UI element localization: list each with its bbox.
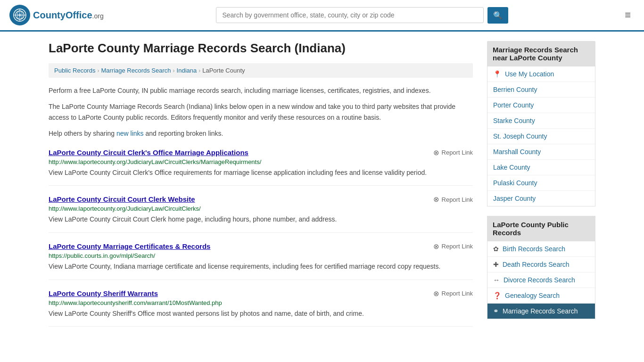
- death-records-icon: ✚: [493, 261, 499, 268]
- sidebar-county-item[interactable]: Jasper County: [487, 191, 595, 206]
- content-area: LaPorte County Marriage Records Search (…: [49, 41, 473, 329]
- breadcrumb-sep-2: ›: [173, 67, 175, 74]
- results-list: LaPorte County Circuit Clerk's Office Ma…: [49, 148, 473, 327]
- result-title-row: LaPorte County Sheriff Warrants ⊗ Report…: [49, 289, 473, 298]
- logo-text: CountyOffice.org: [33, 10, 104, 21]
- pub-record-death[interactable]: ✚ Death Records Search: [487, 257, 595, 272]
- report-icon: ⊗: [433, 148, 439, 157]
- sidebar-county-item[interactable]: Pulaski County: [487, 175, 595, 191]
- st-joseph-county-link[interactable]: St. Joseph County: [493, 132, 547, 140]
- pub-record-divorce[interactable]: ↔ Divorce Records Search: [487, 272, 595, 288]
- genealogy-icon: ❓: [493, 292, 501, 299]
- new-links-link[interactable]: new links: [116, 130, 144, 137]
- sidebar-public-records-section: LaPorte County Public Records ✿ Birth Re…: [487, 216, 595, 319]
- location-pin-icon: 📍: [493, 70, 501, 78]
- logo-area: CountyOffice.org: [9, 5, 104, 25]
- result-title[interactable]: LaPorte County Marriage Certificates & R…: [49, 242, 210, 250]
- marriage-records-link[interactable]: Marriage Records Search: [503, 307, 578, 315]
- search-area: 🔍: [216, 7, 508, 24]
- pub-record-marriage[interactable]: ⚭ Marriage Records Search: [487, 304, 595, 319]
- result-item: LaPorte County Circuit Court Clerk Websi…: [49, 195, 473, 233]
- breadcrumb-current: LaPorte County: [202, 67, 245, 74]
- sidebar: Marriage Records Search near LaPorte Cou…: [487, 41, 595, 329]
- pulaski-county-link[interactable]: Pulaski County: [493, 179, 537, 187]
- divorce-records-icon: ↔: [493, 276, 500, 284]
- result-title[interactable]: LaPorte County Circuit Clerk's Office Ma…: [49, 148, 248, 156]
- birth-records-icon: ✿: [493, 245, 499, 253]
- breadcrumb-sep-1: ›: [97, 67, 99, 74]
- starke-county-link[interactable]: Starke County: [493, 117, 535, 124]
- description-para1: Perform a free LaPorte County, IN public…: [49, 85, 473, 96]
- sidebar-nearby-header: Marriage Records Search near LaPorte Cou…: [487, 41, 595, 66]
- site-header: CountyOffice.org 🔍 ≡: [0, 0, 644, 32]
- pub-record-birth[interactable]: ✿ Birth Records Search: [487, 241, 595, 257]
- result-item: LaPorte County Circuit Clerk's Office Ma…: [49, 148, 473, 186]
- result-url: http://www.laportecounty.org/JudiciaryLa…: [49, 205, 473, 212]
- marshall-county-link[interactable]: Marshall County: [493, 148, 541, 156]
- svg-point-5: [18, 14, 21, 16]
- result-item: LaPorte County Sheriff Warrants ⊗ Report…: [49, 289, 473, 327]
- report-link[interactable]: ⊗ Report Link: [433, 195, 473, 204]
- report-link[interactable]: ⊗ Report Link: [433, 242, 473, 251]
- marriage-records-icon: ⚭: [493, 307, 499, 315]
- description-para3: Help others by sharing new links and rep…: [49, 128, 473, 139]
- sidebar-county-item[interactable]: St. Joseph County: [487, 129, 595, 144]
- main-wrapper: LaPorte County Marriage Records Search (…: [39, 32, 605, 338]
- menu-icon: ≡: [625, 9, 631, 21]
- result-title-row: LaPorte County Marriage Certificates & R…: [49, 242, 473, 251]
- sidebar-nearby-list: 📍 Use My Location Berrien County Porter …: [487, 66, 595, 206]
- menu-button[interactable]: ≡: [621, 7, 635, 23]
- sidebar-county-item[interactable]: Lake County: [487, 160, 595, 175]
- sidebar-county-item[interactable]: Porter County: [487, 98, 595, 113]
- use-my-location-link[interactable]: Use My Location: [505, 70, 554, 78]
- report-link[interactable]: ⊗ Report Link: [433, 148, 473, 157]
- result-url: http://www.laportecountysheriff.com/warr…: [49, 299, 473, 306]
- sidebar-county-item[interactable]: Marshall County: [487, 144, 595, 160]
- divorce-records-link[interactable]: Divorce Records Search: [504, 276, 575, 284]
- result-desc: View LaPorte County Circuit Court Clerk …: [49, 214, 473, 225]
- search-button[interactable]: 🔍: [487, 7, 508, 24]
- result-url: http://www.laportecounty.org/JudiciaryLa…: [49, 158, 473, 165]
- search-icon: 🔍: [493, 11, 503, 19]
- death-records-link[interactable]: Death Records Search: [503, 261, 570, 268]
- breadcrumb-sep-3: ›: [198, 67, 200, 74]
- description-para2: The LaPorte County Marriage Records Sear…: [49, 101, 473, 123]
- page-title: LaPorte County Marriage Records Search (…: [49, 41, 473, 56]
- report-icon: ⊗: [433, 195, 439, 204]
- result-title-row: LaPorte County Circuit Court Clerk Websi…: [49, 195, 473, 204]
- result-url: https://public.courts.in.gov/mlpl/Search…: [49, 252, 473, 259]
- result-item: LaPorte County Marriage Certificates & R…: [49, 242, 473, 280]
- report-link[interactable]: ⊗ Report Link: [433, 289, 473, 298]
- sidebar-public-records-header: LaPorte County Public Records: [487, 216, 595, 241]
- result-title[interactable]: LaPorte County Circuit Court Clerk Websi…: [49, 195, 195, 203]
- logo-icon: [9, 5, 30, 25]
- breadcrumb-indiana[interactable]: Indiana: [177, 67, 197, 74]
- breadcrumb-marriage-records[interactable]: Marriage Records Search: [101, 67, 171, 74]
- report-icon: ⊗: [433, 242, 439, 251]
- sidebar-county-item[interactable]: Berrien County: [487, 82, 595, 98]
- birth-records-link[interactable]: Birth Records Search: [503, 245, 565, 253]
- sidebar-nearby-section: Marriage Records Search near LaPorte Cou…: [487, 41, 595, 206]
- breadcrumb: Public Records › Marriage Records Search…: [49, 63, 473, 78]
- berrien-county-link[interactable]: Berrien County: [493, 86, 537, 93]
- breadcrumb-public-records[interactable]: Public Records: [54, 67, 95, 74]
- porter-county-link[interactable]: Porter County: [493, 101, 534, 109]
- result-desc: View LaPorte County Sheriff's Office mos…: [49, 309, 473, 319]
- result-desc: View LaPorte County, Indiana marriage ce…: [49, 262, 473, 272]
- sidebar-county-item[interactable]: Starke County: [487, 113, 595, 129]
- result-title-row: LaPorte County Circuit Clerk's Office Ma…: [49, 148, 473, 157]
- jasper-county-link[interactable]: Jasper County: [493, 195, 536, 202]
- lake-county-link[interactable]: Lake County: [493, 164, 530, 171]
- pub-record-genealogy[interactable]: ❓ Genealogy Search: [487, 288, 595, 304]
- sidebar-public-records-list: ✿ Birth Records Search ✚ Death Records S…: [487, 241, 595, 319]
- search-input[interactable]: [216, 7, 484, 23]
- sidebar-use-location[interactable]: 📍 Use My Location: [487, 66, 595, 82]
- genealogy-link[interactable]: Genealogy Search: [505, 292, 560, 299]
- report-icon: ⊗: [433, 289, 439, 298]
- result-desc: View LaPorte County Circuit Clerk's Offi…: [49, 168, 473, 178]
- result-title[interactable]: LaPorte County Sheriff Warrants: [49, 289, 158, 297]
